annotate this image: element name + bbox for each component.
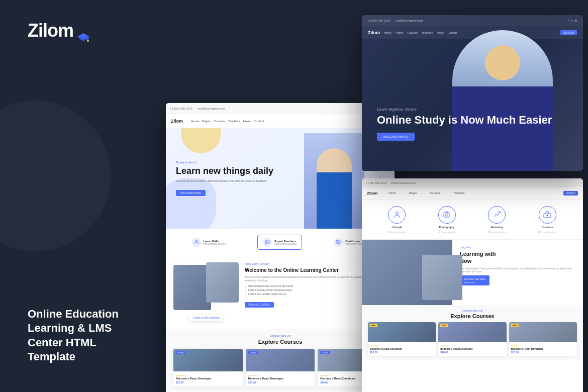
feature-learn: Learn Skills with unlimited courses <box>187 235 231 249</box>
hero-person <box>304 133 364 229</box>
social-icon-fb: f <box>568 19 569 22</box>
lifestyle-sub: 80 hours instructors <box>388 231 406 233</box>
hero-subtitle: Get free access to 6800+ different cours… <box>176 179 273 183</box>
br-email: mail@company.com <box>390 181 416 184</box>
br-enhance-btn[interactable]: Enhance your skillswith us now <box>460 275 489 285</box>
br-about-title: Learning withNow <box>460 250 575 265</box>
tr-nav-home[interactable]: Home <box>384 31 391 34</box>
marketing-icon <box>488 206 506 224</box>
logo-area: Zilom <box>28 20 90 41</box>
nav-news[interactable]: News <box>243 120 251 123</box>
topbar-phone: +1 800 000 2222 <box>170 107 192 110</box>
br-badge-2: New <box>440 324 448 327</box>
hero-btn[interactable]: DISCOVER MORE <box>176 190 206 196</box>
site-hero: Ready to learn! Learn new things daily G… <box>166 128 395 229</box>
tr-nav-logo: Zilom <box>368 30 380 35</box>
br-course-name-2: Become a React Developer <box>440 347 504 350</box>
br-courses-grid: New ★★★★ Become a React Developer $20.00… <box>368 322 577 356</box>
nav-contact[interactable]: Contact <box>254 120 264 123</box>
certificate-icon <box>334 238 343 247</box>
br-about-img-1 <box>362 240 452 305</box>
tr-hero-content: Learn Anytime, Online Online Study is No… <box>377 107 552 141</box>
br-course-price-3: $20.00 <box>511 351 575 354</box>
br-icon-photography: Photography 60 hours instructors <box>438 206 456 233</box>
course-badge-3: Design <box>320 351 330 354</box>
about-image-2 <box>206 262 239 303</box>
view-courses-btn[interactable]: VIEW ALL COURSES <box>245 302 274 308</box>
br-badge-3: New <box>511 324 519 327</box>
br-icon-lifestyle: Lifestyle 80 hours instructors <box>388 206 406 233</box>
course-price-2: $20.00 <box>248 381 313 384</box>
teacher-icon <box>263 238 272 247</box>
svg-rect-2 <box>87 37 88 40</box>
lifestyle-icon <box>388 206 406 224</box>
nav-pages[interactable]: Pages <box>202 120 211 123</box>
course-img-1: Design <box>173 349 243 371</box>
photography-icon <box>438 206 456 224</box>
main-preview: +1 800 000 2222 mail@company.com Login /… <box>166 103 395 392</box>
tr-search-btn[interactable]: SEARCH <box>560 30 577 35</box>
nav-logo: Zilom <box>171 119 183 124</box>
course-name-2: Become a React Developer <box>248 377 313 380</box>
marketing-label: Marketing <box>491 226 503 229</box>
br-course-img-2: New <box>438 322 506 342</box>
svg-point-20 <box>547 215 548 217</box>
svg-point-3 <box>87 40 89 42</box>
product-description: Online Education Learning & LMS Center H… <box>28 307 119 364</box>
br-nav-logo: Zilom <box>367 191 377 195</box>
tr-phone: +1 800 000 2222 <box>368 19 390 22</box>
tr-nav-courses[interactable]: Courses <box>407 31 417 34</box>
br-about-img-2 <box>422 255 462 300</box>
business-label: Business <box>542 226 553 229</box>
nav-courses[interactable]: Courses <box>214 120 225 123</box>
about-trust-badge: Trusted by 5800 customers <box>189 315 223 321</box>
lifestyle-label: Lifestyle <box>392 226 402 229</box>
tr-nav-news[interactable]: News <box>437 31 444 34</box>
br-course-name-1: Become a React Developer <box>370 347 434 350</box>
preview-container: +1 800 000 2222 mail@company.com f t in … <box>166 15 583 387</box>
br-course-img-1: New <box>368 322 436 342</box>
about-image-1 <box>173 265 211 310</box>
br-course-info-1: ★★★★ Become a React Developer $20.00 <box>368 342 436 356</box>
tr-hero-btn[interactable]: DISCOVER MORE <box>377 133 415 141</box>
feature-teachers-title: Expert Teachers <box>274 240 297 243</box>
bg-decoration-left <box>0 101 111 251</box>
br-course-price-1: $20.00 <box>370 351 434 354</box>
about-images: Trusted by 5800 customers <box>173 262 239 323</box>
tr-nav-teachers[interactable]: Teachers <box>422 31 433 34</box>
svg-point-17 <box>446 214 448 216</box>
photography-label: Photography <box>439 226 455 229</box>
br-nav-courses[interactable]: Courses <box>425 187 445 200</box>
top-right-preview: +1 800 000 2222 mail@company.com f t in … <box>362 15 583 171</box>
tr-nav-pages[interactable]: Pages <box>396 31 404 34</box>
description-line3: Center HTML <box>28 336 119 350</box>
svg-rect-16 <box>444 213 450 217</box>
svg-point-10 <box>266 241 267 242</box>
nav-teachers[interactable]: Teachers <box>228 120 240 123</box>
site-topbar: +1 800 000 2222 mail@company.com Login /… <box>166 103 395 114</box>
br-course-2: New ★★★★ Become a React Developer $20.00 <box>438 322 506 356</box>
nav-home[interactable]: Home <box>191 120 199 123</box>
br-nav-home[interactable]: Home <box>383 187 401 200</box>
business-sub: 100 hours instructors <box>538 231 556 233</box>
br-nav-pages[interactable]: Pages <box>404 187 422 200</box>
br-course-info-2: ★★★★ Become a React Developer $20.00 <box>438 342 506 356</box>
tr-nav-contact[interactable]: Contact <box>448 31 457 34</box>
br-about-text: A lot of passages of lorem ipsum availab… <box>460 267 575 274</box>
topbar-email: mail@company.com <box>198 107 225 110</box>
site-navbar: Zilom Home Pages Courses Teachers News C… <box>166 114 395 128</box>
svg-rect-11 <box>336 240 340 243</box>
svg-point-18 <box>499 212 500 213</box>
course-card-2: Design ★★★★★ Become a React Developer $2… <box>246 349 315 386</box>
feature-learn-sub: with unlimited courses <box>204 243 226 245</box>
courses-grid: Design ★★★★★ Become a React Developer $2… <box>173 349 387 386</box>
br-course-price-2: $20.00 <box>440 351 504 354</box>
feature-teachers-sub: best & highly qualified <box>274 243 297 245</box>
hero-person-image <box>304 133 364 229</box>
br-search-btn[interactable]: SEARCH <box>563 191 578 195</box>
courses-section: Checkout New List Explore Courses Design… <box>166 329 395 391</box>
br-nav-teachers[interactable]: Teachers <box>448 187 469 200</box>
site-features: Learn Skills with unlimited courses Expe… <box>166 229 395 256</box>
course-badge-2: Design <box>248 351 258 354</box>
courses-tag: Checkout New List <box>173 334 387 337</box>
